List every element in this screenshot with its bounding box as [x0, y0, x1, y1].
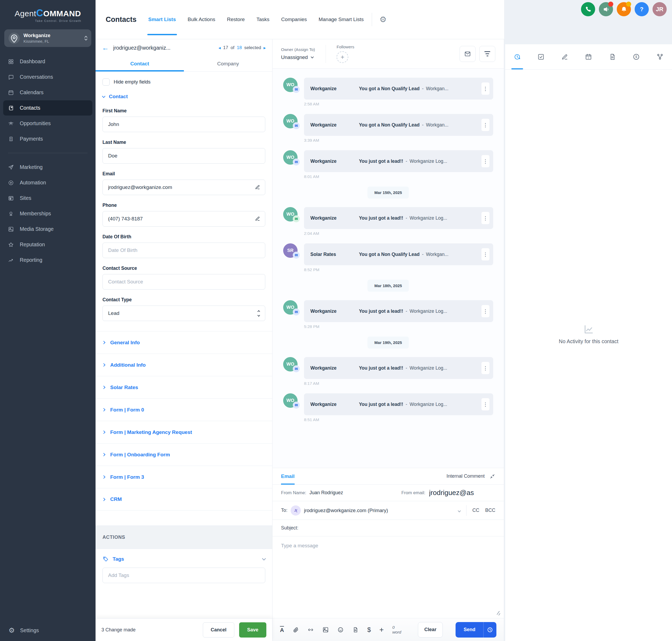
- topnav-tab-tasks[interactable]: Tasks: [257, 0, 270, 39]
- sidebar-item-automation[interactable]: Automation: [3, 175, 92, 190]
- save-button[interactable]: Save: [239, 622, 266, 638]
- section-row-solar-rates[interactable]: Solar Rates: [96, 376, 272, 398]
- email-card[interactable]: WorkganizeYou just got a lead!!-Workgani…: [304, 357, 493, 379]
- filter-activities-button[interactable]: [479, 46, 495, 62]
- toolbar-link-button[interactable]: [307, 627, 314, 633]
- topnav-tab-restore[interactable]: Restore: [227, 0, 245, 39]
- owner-dropdown[interactable]: Unassigned: [281, 54, 315, 60]
- kebab-menu-icon[interactable]: ⋮: [481, 119, 490, 131]
- collapse-composer-icon[interactable]: [490, 474, 495, 479]
- contact-type-select[interactable]: Lead: [102, 305, 265, 321]
- email-card[interactable]: WorkganizeYou got a Non Qualify Lead-Wor…: [304, 114, 493, 136]
- email-activity-item[interactable]: WO✉WorkganizeYou just got a lead!!-Workg…: [283, 207, 493, 229]
- activity-tab-activity[interactable]: [505, 44, 529, 69]
- tab-email[interactable]: Email: [281, 468, 294, 485]
- toolbar-format-text-button[interactable]: A: [280, 626, 284, 633]
- from-name-value[interactable]: Juan Rodriguez: [309, 490, 343, 495]
- sidebar-item-marketing[interactable]: Marketing: [3, 160, 92, 175]
- activity-tab-notes[interactable]: [553, 44, 577, 69]
- email-activity-item[interactable]: WO✉WorkganizeYou just got a lead!!-Workg…: [283, 393, 493, 415]
- email-activity-item[interactable]: WO✉WorkganizeYou got a Non Qualify Lead-…: [283, 78, 493, 99]
- announcements-button[interactable]: [599, 2, 613, 16]
- sidebar-item-memberships[interactable]: Memberships: [3, 206, 92, 221]
- toolbar-image-button[interactable]: [323, 627, 329, 633]
- email-card[interactable]: WorkganizeYou just got a lead!!-Workgani…: [304, 300, 493, 322]
- hide-empty-fields-checkbox[interactable]: [102, 79, 110, 86]
- sidebar-item-payments[interactable]: $Payments: [3, 131, 92, 147]
- send-button[interactable]: Send: [455, 622, 496, 638]
- contact-source-field[interactable]: [102, 274, 265, 289]
- sidebar-item-settings[interactable]: ⚙ Settings: [0, 620, 96, 641]
- sidebar-item-opportunities[interactable]: Opportunities: [3, 116, 92, 131]
- topnav-tab-companies[interactable]: Companies: [281, 0, 307, 39]
- kebab-menu-icon[interactable]: ⋮: [481, 82, 490, 95]
- sidebar-item-sites[interactable]: Sites: [3, 191, 92, 206]
- section-row-form-form-0[interactable]: Form | Form 0: [96, 398, 272, 421]
- dob-field[interactable]: [102, 243, 265, 258]
- topnav-tab-bulk-actions[interactable]: Bulk Actions: [188, 0, 215, 39]
- section-row-additional-info[interactable]: Additional Info: [96, 354, 272, 376]
- kebab-menu-icon[interactable]: ⋮: [481, 398, 490, 410]
- topnav-tab-manage-smart-lists[interactable]: Manage Smart Lists: [319, 0, 364, 39]
- contact-section-toggle[interactable]: Contact: [102, 94, 265, 99]
- phone-field[interactable]: [102, 211, 265, 227]
- section-row-form-form-3[interactable]: Form | Form 3: [96, 466, 272, 488]
- last-name-field[interactable]: [102, 148, 265, 164]
- first-name-field[interactable]: [102, 117, 265, 132]
- sidebar-item-calendars[interactable]: Calendars: [3, 85, 92, 100]
- email-card[interactable]: WorkganizeYou just got a lead!!-Workgani…: [304, 207, 493, 229]
- kebab-menu-icon[interactable]: ⋮: [481, 362, 490, 374]
- sidebar-item-reputation[interactable]: Reputation: [3, 237, 92, 252]
- toolbar-template-button[interactable]: [352, 627, 359, 633]
- sidebar-item-media-storage[interactable]: Media Storage: [3, 221, 92, 237]
- notifications-button[interactable]: [617, 2, 631, 16]
- sidebar-item-dashboard[interactable]: Dashboard: [3, 54, 92, 69]
- activity-tab-appointments[interactable]: 1: [577, 44, 601, 69]
- kebab-menu-icon[interactable]: ⋮: [481, 248, 490, 260]
- chevron-down-icon[interactable]: [458, 508, 461, 513]
- email-filter-button[interactable]: [460, 46, 476, 62]
- kebab-menu-icon[interactable]: ⋮: [481, 305, 490, 317]
- kebab-menu-icon[interactable]: ⋮: [481, 212, 490, 224]
- tab-contact[interactable]: Contact: [96, 56, 184, 71]
- activity-tab-payments[interactable]: $: [624, 44, 648, 69]
- sidebar-item-conversations[interactable]: Conversations: [3, 69, 92, 85]
- section-row-crm[interactable]: CRM: [96, 488, 272, 510]
- section-row-general-info[interactable]: General Info: [96, 331, 272, 354]
- toolbar-attachment-button[interactable]: [292, 627, 299, 633]
- section-row-form-onboarding-form[interactable]: Form | Onboarding Form: [96, 443, 272, 466]
- edit-email-icon[interactable]: [255, 184, 260, 190]
- activity-tab-documents[interactable]: [601, 44, 624, 69]
- topnav-tab-smart-lists[interactable]: Smart Lists: [148, 0, 176, 39]
- sidebar-item-contacts[interactable]: Contacts: [3, 100, 92, 115]
- email-card[interactable]: WorkganizeYou got a Non Qualify Lead-Wor…: [304, 78, 493, 99]
- contacts-settings-gear-icon[interactable]: ⚙: [380, 15, 387, 24]
- email-activity-item[interactable]: WO✉WorkganizeYou just got a lead!!-Workg…: [283, 300, 493, 322]
- toolbar-payment-button[interactable]: $: [367, 627, 371, 633]
- add-tags-input[interactable]: [102, 568, 265, 583]
- email-field[interactable]: [102, 180, 265, 195]
- email-activity-item[interactable]: SR✉Solar RatesYou got a Non Qualify Lead…: [283, 243, 493, 265]
- email-card[interactable]: WorkganizeYou just got a lead!!-Workgani…: [304, 393, 493, 415]
- to-recipient-value[interactable]: jrodriguez@workganize.com (Primary): [304, 507, 388, 514]
- back-arrow-icon[interactable]: ←: [102, 44, 109, 51]
- tags-section-toggle[interactable]: Tags: [102, 556, 265, 562]
- phone-button[interactable]: [581, 2, 595, 16]
- pagination-total[interactable]: 18: [237, 45, 242, 51]
- add-follower-button[interactable]: +: [337, 51, 348, 63]
- subject-row[interactable]: Subject:: [273, 520, 504, 536]
- bcc-button[interactable]: BCC: [485, 507, 495, 513]
- next-contact-icon[interactable]: ▸: [263, 45, 266, 51]
- sidebar-item-reporting[interactable]: Reporting: [3, 253, 92, 268]
- prev-contact-icon[interactable]: ◂: [219, 45, 221, 51]
- clear-button[interactable]: Clear: [418, 622, 443, 638]
- kebab-menu-icon[interactable]: ⋮: [481, 155, 490, 167]
- account-button[interactable]: JR: [653, 2, 667, 16]
- activity-tab-associations[interactable]: [648, 44, 672, 69]
- edit-phone-icon[interactable]: [255, 216, 260, 221]
- tab-company[interactable]: Company: [184, 56, 272, 71]
- section-row-form-marketing-agency-request[interactable]: Form | Marketing Agency Request: [96, 421, 272, 443]
- email-card[interactable]: Solar RatesYou got a Non Qualify Lead-Wo…: [304, 243, 493, 265]
- email-activity-item[interactable]: WO✉WorkganizeYou just got a lead!!-Workg…: [283, 357, 493, 379]
- email-activity-item[interactable]: WO✉WorkganizeYou got a Non Qualify Lead-…: [283, 114, 493, 136]
